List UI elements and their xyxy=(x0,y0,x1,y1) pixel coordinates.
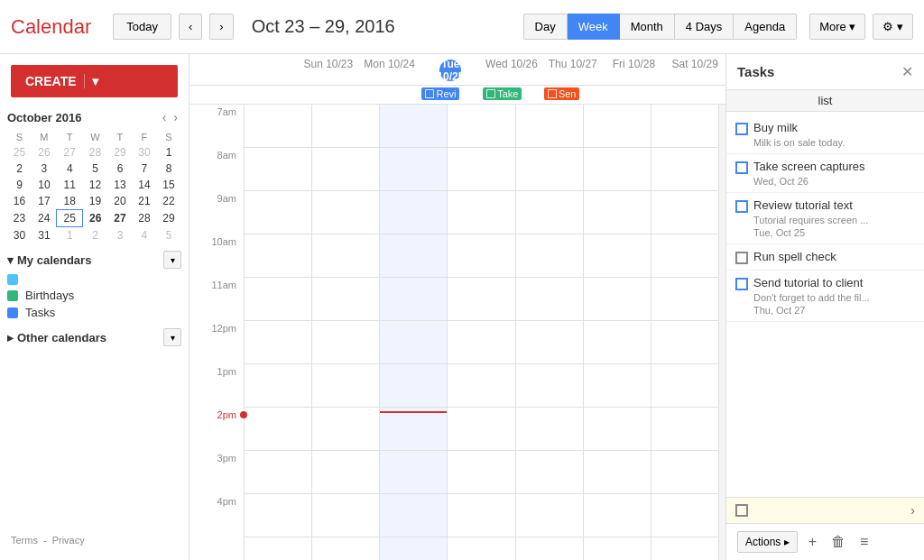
my-calendar-item[interactable] xyxy=(7,272,181,287)
mini-cal-day[interactable]: 6 xyxy=(107,161,132,177)
mini-cal-day[interactable]: 23 xyxy=(7,210,32,227)
mini-cal-day[interactable]: 15 xyxy=(156,177,180,193)
mini-cal-day-header: T xyxy=(107,130,132,144)
mini-cal-day[interactable]: 18 xyxy=(57,193,83,210)
view-buttons: Day Week Month 4 Days Agenda xyxy=(523,14,798,40)
mini-cal-day[interactable]: 29 xyxy=(107,144,132,161)
my-calendars-header[interactable]: ▾ My calendars ▾ xyxy=(7,251,181,269)
day-sun: Sun 10/23 xyxy=(298,54,359,85)
mini-cal-day[interactable]: 3 xyxy=(32,161,57,177)
mini-cal-day[interactable]: 20 xyxy=(107,193,132,210)
grid-col-mon[interactable] xyxy=(311,105,379,560)
mini-cal-day[interactable]: 10 xyxy=(32,177,57,193)
task-cb-spell-check[interactable] xyxy=(735,252,748,264)
view-4days[interactable]: 4 Days xyxy=(675,14,734,40)
other-calendars-dropdown[interactable]: ▾ xyxy=(163,328,181,346)
grid-col-tue[interactable] xyxy=(379,105,447,560)
mini-cal-day[interactable]: 21 xyxy=(132,193,156,210)
grid-col-sat[interactable] xyxy=(651,105,718,560)
mini-cal-day[interactable]: 5 xyxy=(156,227,180,244)
mini-cal-day[interactable]: 17 xyxy=(32,193,57,210)
mini-cal-day[interactable]: 11 xyxy=(57,177,83,193)
tasks-delete-button[interactable]: 🗑 xyxy=(827,532,849,552)
mini-cal-day[interactable]: 28 xyxy=(83,144,108,161)
mini-cal-day[interactable]: 27 xyxy=(57,144,83,161)
app-header: Calendar Today ‹ › Oct 23 – 29, 2016 Day… xyxy=(0,0,924,54)
mini-cal-day[interactable]: 30 xyxy=(7,227,32,244)
my-calendar-item[interactable]: Tasks xyxy=(7,304,181,321)
tasks-add-button[interactable]: + xyxy=(805,532,820,552)
tasks-actions-button[interactable]: Actions ▸ xyxy=(737,531,798,553)
mini-cal-day[interactable]: 31 xyxy=(32,227,57,244)
mini-cal-day[interactable]: 4 xyxy=(57,161,83,177)
mini-cal-day[interactable]: 26 xyxy=(32,144,57,161)
mini-cal-day[interactable]: 12 xyxy=(83,177,108,193)
new-task-input[interactable] xyxy=(753,504,910,518)
create-dropdown-arrow[interactable]: ▾ xyxy=(84,74,98,88)
terms-link[interactable]: Terms xyxy=(11,535,38,546)
tasks-footer: Actions ▸ + 🗑 ≡ xyxy=(726,523,924,560)
mini-cal-day[interactable]: 16 xyxy=(7,193,32,210)
mini-cal-prev[interactable]: ‹ xyxy=(159,108,171,126)
mini-cal-day[interactable]: 13 xyxy=(107,177,132,193)
mini-cal-next[interactable]: › xyxy=(170,108,181,126)
view-month[interactable]: Month xyxy=(620,14,675,40)
my-calendar-item[interactable]: Birthdays xyxy=(7,287,181,304)
prev-button[interactable]: ‹ xyxy=(179,14,202,40)
chip-sen[interactable]: Sen xyxy=(544,87,580,100)
privacy-link[interactable]: Privacy xyxy=(52,535,85,546)
mini-cal-day[interactable]: 26 xyxy=(83,210,108,227)
today-button[interactable]: Today xyxy=(113,14,171,40)
mini-cal-title[interactable]: October 2016 xyxy=(7,111,159,124)
mini-cal-day[interactable]: 28 xyxy=(132,210,156,227)
next-button[interactable]: › xyxy=(209,14,233,40)
grid-col-wed[interactable] xyxy=(447,105,514,560)
view-agenda[interactable]: Agenda xyxy=(734,14,797,40)
new-task-arrow[interactable]: › xyxy=(910,503,915,518)
mini-cal-day[interactable]: 1 xyxy=(156,144,180,161)
new-task-checkbox[interactable] xyxy=(735,504,748,517)
mini-cal-day[interactable]: 2 xyxy=(83,227,108,244)
mini-cal-day[interactable]: 22 xyxy=(156,193,180,210)
mini-cal-day[interactable]: 27 xyxy=(107,210,132,227)
my-calendars-dropdown[interactable]: ▾ xyxy=(163,251,181,269)
tasks-close-button[interactable]: ✕ xyxy=(901,63,913,80)
view-week[interactable]: Week xyxy=(568,14,620,40)
chip-revi[interactable]: Revi xyxy=(421,87,459,100)
mini-cal-day[interactable]: 25 xyxy=(7,144,32,161)
grid-col-thu[interactable] xyxy=(515,105,583,560)
time-grid[interactable]: 7am 8am 9am 10am 11am 12pm 1pm 2pm 3pm 4… xyxy=(189,105,725,560)
create-button[interactable]: CREATE ▾ xyxy=(11,65,178,97)
task-cb-buy-milk[interactable] xyxy=(735,123,748,135)
mini-cal-day[interactable]: 1 xyxy=(57,227,83,244)
task-cb-send-tutorial[interactable] xyxy=(735,278,748,290)
day-tue: Tue 10/25 xyxy=(420,54,481,85)
grid-col-fri[interactable] xyxy=(583,105,651,560)
mini-cal-day[interactable]: 9 xyxy=(7,177,32,193)
chip-take[interactable]: Take xyxy=(483,87,522,100)
mini-cal-day[interactable]: 19 xyxy=(83,193,108,210)
mini-cal-day[interactable]: 5 xyxy=(83,161,108,177)
task-label-send-tutorial: Send tutorial to client xyxy=(753,276,863,289)
task-cb-take-screen[interactable] xyxy=(735,161,748,174)
task-cb-review[interactable] xyxy=(735,200,748,213)
mini-cal-day[interactable]: 30 xyxy=(132,144,156,161)
other-calendars-header[interactable]: ▸ Other calendars ▾ xyxy=(7,328,181,346)
tasks-list-button[interactable]: ≡ xyxy=(856,532,872,552)
mini-cal-day[interactable]: 29 xyxy=(156,210,180,227)
mini-cal-day[interactable]: 25 xyxy=(57,210,83,227)
mini-cal-day[interactable]: 3 xyxy=(107,227,132,244)
grid-col-sun[interactable] xyxy=(244,105,311,560)
mini-cal-day[interactable]: 8 xyxy=(156,161,180,177)
mini-cal-day[interactable]: 7 xyxy=(132,161,156,177)
mini-cal-day[interactable]: 24 xyxy=(32,210,57,227)
settings-button[interactable]: ⚙ ▾ xyxy=(873,14,913,40)
mini-cal-day[interactable]: 14 xyxy=(132,177,156,193)
view-day[interactable]: Day xyxy=(523,14,568,40)
more-button[interactable]: More ▾ xyxy=(809,14,865,40)
day-fri: Fri 10/28 xyxy=(604,54,665,85)
task-date-send-tutorial: Thu, Oct 27 xyxy=(735,305,915,316)
my-calendars-caret: ▾ xyxy=(7,253,14,267)
mini-cal-day[interactable]: 2 xyxy=(7,161,32,177)
mini-cal-day[interactable]: 4 xyxy=(132,227,156,244)
